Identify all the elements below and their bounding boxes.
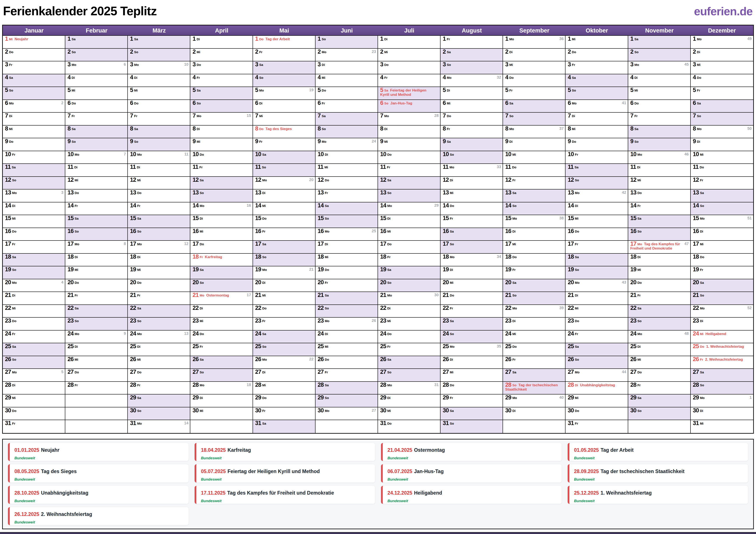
- day-cell: 29Di: [190, 394, 253, 407]
- weekday-abbr: So: [200, 281, 204, 285]
- legend-holiday-name: Neujahr: [41, 447, 60, 453]
- weekday-abbr: Mo: [137, 332, 142, 336]
- weekday-abbr: Mi: [200, 319, 203, 323]
- day-cell: 28So: [691, 382, 753, 395]
- week-number: 8: [124, 242, 126, 246]
- day-number: 8: [443, 126, 446, 132]
- day-cell: 25Di: [128, 343, 190, 356]
- day-cell: 28Fr: [128, 382, 190, 395]
- day-cell: 28Mo18: [190, 382, 253, 395]
- day-cell: 28Mi: [253, 382, 315, 395]
- weekday-abbr: Mo: [637, 332, 642, 336]
- day-number: 30: [130, 407, 136, 414]
- day-cell: 11Do: [691, 164, 753, 177]
- month-header: September: [503, 25, 565, 35]
- day-number: 3: [255, 62, 258, 67]
- day-number: 18: [5, 254, 11, 260]
- day-cell: 19Sa: [378, 267, 441, 279]
- weekday-abbr: Mo: [74, 242, 79, 246]
- weekday-abbr: Mi: [197, 140, 201, 143]
- day-number: 17: [693, 241, 699, 247]
- day-number: 16: [693, 228, 699, 234]
- day-cell: 9So: [65, 138, 128, 151]
- day-cell: 26Mi: [128, 356, 190, 369]
- site-logo[interactable]: euferien.de: [694, 5, 753, 18]
- day-number: 27: [380, 369, 386, 375]
- day-number: 2: [568, 49, 571, 55]
- weekday-abbr: Do: [200, 153, 204, 156]
- day-number: 26: [318, 356, 324, 362]
- weekday-abbr: Fr: [575, 153, 578, 156]
- day-number: 13: [255, 190, 261, 196]
- empty-cell: [190, 420, 253, 433]
- day-cell: 29Sa: [628, 394, 691, 407]
- day-number: 3: [68, 62, 70, 67]
- weekday-abbr: Di: [387, 216, 391, 220]
- day-cell: 1Sa: [128, 36, 190, 49]
- day-number: 13: [630, 190, 636, 196]
- day-cell: 26Mi: [628, 356, 691, 369]
- week-number: 6: [124, 62, 126, 66]
- day-number: 31: [5, 420, 11, 426]
- day-cell: 17Mo12: [128, 241, 190, 254]
- day-number: 11: [443, 164, 448, 170]
- day-cell: 4Di: [128, 74, 190, 87]
- day-number: 12: [568, 177, 574, 183]
- day-number: 18: [130, 254, 136, 260]
- day-number: 4: [505, 74, 508, 81]
- day-cell: 16So: [128, 228, 190, 241]
- day-cell: 10Do: [378, 151, 441, 164]
- weekday-abbr: Mo: [637, 153, 642, 156]
- day-cell: 11So: [253, 164, 315, 177]
- day-cell: 5Fr: [503, 87, 565, 100]
- day-cell: 2So: [65, 49, 128, 62]
- weekday-abbr: Mi: [700, 332, 704, 336]
- day-cell: 14Sa: [315, 202, 378, 215]
- day-cell: 15So: [315, 215, 378, 228]
- weekday-abbr: So: [71, 140, 76, 143]
- day-number: 29: [192, 394, 199, 401]
- day-number: 28: [630, 382, 636, 388]
- day-cell: 26So: [565, 356, 628, 369]
- day-number: 1: [568, 36, 571, 42]
- day-number: 19: [693, 267, 699, 273]
- day-number: 17: [68, 241, 73, 247]
- day-cell: 11Fr: [190, 164, 253, 177]
- day-cell: 12Sa: [190, 177, 253, 190]
- day-number: 17: [255, 241, 261, 247]
- weekday-abbr: Mo: [259, 89, 264, 92]
- weekday-abbr: Mo: [74, 332, 79, 336]
- day-number: 17: [630, 241, 636, 247]
- weekday-abbr: Mo: [200, 204, 204, 208]
- day-cell: 26Di: [441, 356, 503, 369]
- day-number: 2: [130, 49, 133, 55]
- day-cell: 24Mo48: [628, 331, 691, 343]
- day-number: 31: [380, 420, 386, 426]
- day-cell: 25Sa: [3, 343, 65, 356]
- weekday-abbr: Fr: [12, 332, 15, 336]
- weekday-abbr: Fr: [71, 114, 75, 118]
- weekday-abbr: Di: [262, 281, 265, 285]
- day-number: 16: [5, 228, 11, 234]
- legend-line: 18.04.2025Karfreitag: [201, 447, 370, 453]
- day-cell: 9So: [628, 138, 691, 151]
- legend-card: 18.04.2025KarfreitagBundesweit: [195, 443, 375, 461]
- day-cell: 22Fr: [441, 305, 503, 318]
- day-number: 23: [568, 318, 574, 324]
- day-number: 20: [68, 279, 73, 286]
- weekday-abbr: So: [697, 114, 701, 118]
- day-cell: 1MiNeujahr: [3, 36, 65, 49]
- day-number: 23: [192, 318, 199, 324]
- day-cell: 13Fr: [315, 190, 378, 202]
- day-number: 26: [693, 356, 699, 362]
- day-cell: 3Fr: [3, 62, 65, 74]
- day-number: 14: [68, 202, 73, 209]
- empty-cell: [315, 420, 378, 433]
- day-cell: 3Mo6: [65, 62, 128, 74]
- day-cell: 21Fr: [128, 292, 190, 305]
- weekday-abbr: Fr: [450, 396, 453, 400]
- weekday-abbr: Fr: [259, 50, 262, 54]
- day-cell: 25Mo35: [441, 343, 503, 356]
- week-number: 13: [184, 331, 188, 336]
- weekday-abbr: Mo: [325, 319, 330, 323]
